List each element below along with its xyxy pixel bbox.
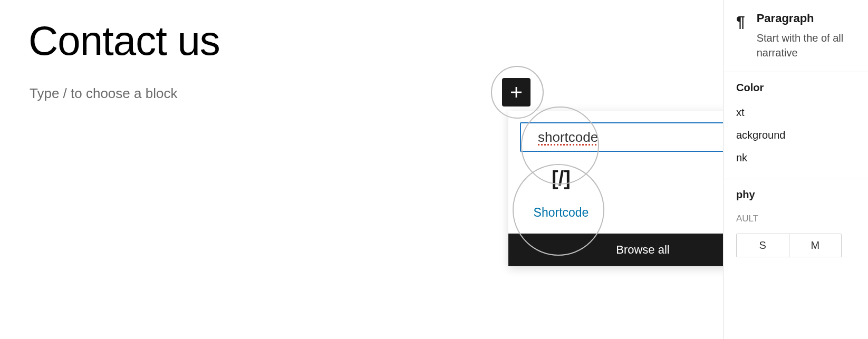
block-info-header: ¶ Paragraph Start with the of all narrat…	[724, 0, 868, 60]
add-block-button[interactable]	[502, 78, 531, 106]
block-search-input[interactable]	[538, 129, 740, 146]
color-section: Color xt ackground nk	[724, 72, 868, 179]
color-background-row[interactable]: ackground	[736, 124, 855, 147]
block-type-shortcode[interactable]: [/] Shortcode	[520, 163, 602, 220]
font-size-s[interactable]: S	[737, 234, 789, 257]
plus-icon	[508, 84, 524, 100]
font-size-buttons: S M	[736, 234, 842, 257]
color-section-title: Color	[736, 82, 855, 94]
page-title[interactable]: Contact us	[28, 17, 220, 65]
block-type-label: Shortcode	[534, 206, 589, 220]
typography-default-label: AULT	[736, 208, 855, 229]
color-link-row[interactable]: nk	[736, 147, 855, 169]
block-type-description: Start with the of all narrative	[757, 31, 857, 60]
paragraph-placeholder[interactable]: Type / to choose a block	[30, 85, 177, 102]
block-type-title: Paragraph	[757, 12, 857, 25]
typography-section: phy AULT S M	[724, 179, 868, 267]
font-size-m[interactable]: M	[789, 234, 842, 257]
settings-sidebar: ¶ Paragraph Start with the of all narrat…	[723, 0, 868, 339]
paragraph-icon: ¶	[736, 13, 745, 60]
shortcode-icon: [/]	[548, 166, 574, 191]
color-text-row[interactable]: xt	[736, 101, 855, 124]
typography-section-title: phy	[736, 189, 855, 201]
